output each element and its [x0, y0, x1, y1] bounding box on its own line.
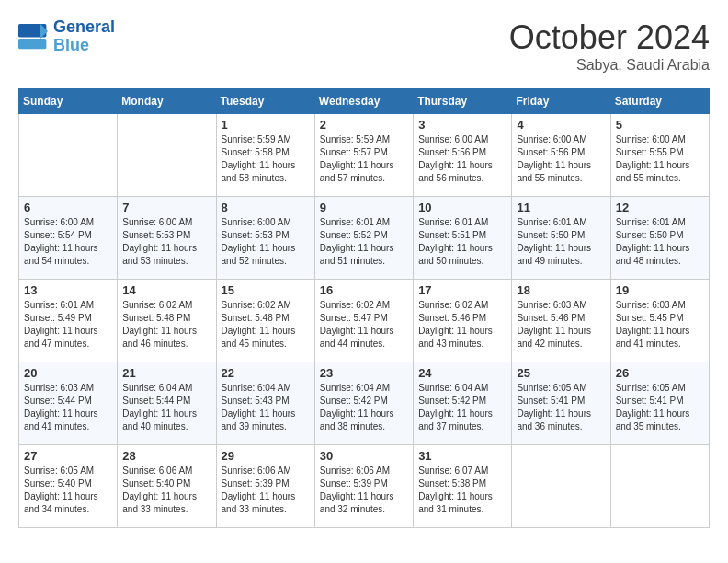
calendar-cell: 7Sunrise: 6:00 AM Sunset: 5:53 PM Daylig… [118, 197, 216, 280]
logo-line2: Blue [53, 36, 89, 54]
calendar-cell: 15Sunrise: 6:02 AM Sunset: 5:48 PM Dayli… [216, 280, 314, 362]
day-content: Sunrise: 6:06 AM Sunset: 5:40 PM Dayligh… [122, 465, 210, 516]
day-num-label: 16 [320, 283, 408, 297]
calendar-cell [512, 445, 610, 528]
calendar-cell: 4Sunrise: 6:00 AM Sunset: 5:56 PM Daylig… [512, 114, 610, 197]
location-subtitle: Sabya, Saudi Arabia [509, 57, 710, 74]
weekday-header-row: SundayMondayTuesdayWednesdayThursdayFrid… [19, 89, 710, 114]
week-row-1: 6Sunrise: 6:00 AM Sunset: 5:54 PM Daylig… [19, 197, 710, 280]
day-content: Sunrise: 6:00 AM Sunset: 5:56 PM Dayligh… [418, 133, 506, 185]
calendar-cell: 28Sunrise: 6:06 AM Sunset: 5:40 PM Dayli… [118, 445, 216, 528]
day-num-label: 2 [320, 118, 408, 132]
day-content: Sunrise: 6:00 AM Sunset: 5:55 PM Dayligh… [616, 133, 704, 185]
day-num-label: 9 [320, 201, 408, 214]
day-num-label: 3 [418, 118, 506, 132]
day-content: Sunrise: 6:03 AM Sunset: 5:44 PM Dayligh… [24, 382, 112, 433]
day-content: Sunrise: 6:06 AM Sunset: 5:39 PM Dayligh… [320, 465, 408, 516]
week-row-4: 27Sunrise: 6:05 AM Sunset: 5:40 PM Dayli… [19, 445, 710, 528]
day-content: Sunrise: 6:02 AM Sunset: 5:48 PM Dayligh… [122, 299, 210, 350]
calendar-cell: 11Sunrise: 6:01 AM Sunset: 5:50 PM Dayli… [512, 197, 610, 280]
day-num-label: 22 [222, 366, 310, 380]
day-content: Sunrise: 6:00 AM Sunset: 5:53 PM Dayligh… [122, 216, 210, 268]
day-content: Sunrise: 6:01 AM Sunset: 5:50 PM Dayligh… [517, 216, 605, 268]
day-num-label: 25 [517, 366, 605, 380]
day-num-label: 8 [222, 201, 310, 214]
calendar-cell: 25Sunrise: 6:05 AM Sunset: 5:41 PM Dayli… [512, 362, 610, 445]
calendar-cell [610, 445, 709, 528]
day-content: Sunrise: 6:01 AM Sunset: 5:50 PM Dayligh… [616, 216, 704, 268]
day-content: Sunrise: 6:07 AM Sunset: 5:38 PM Dayligh… [418, 465, 506, 516]
calendar-cell [19, 114, 118, 197]
day-num-label: 5 [616, 118, 704, 132]
week-row-0: 1Sunrise: 5:59 AM Sunset: 5:58 PM Daylig… [19, 114, 710, 197]
day-num-label: 7 [122, 201, 210, 214]
calendar-cell: 21Sunrise: 6:04 AM Sunset: 5:44 PM Dayli… [118, 362, 216, 445]
day-num-label: 31 [418, 449, 506, 463]
calendar-cell: 9Sunrise: 6:01 AM Sunset: 5:52 PM Daylig… [314, 197, 413, 280]
day-content: Sunrise: 6:00 AM Sunset: 5:53 PM Dayligh… [222, 216, 310, 268]
day-num-label: 24 [418, 366, 506, 380]
day-num-label: 14 [122, 283, 210, 297]
day-content: Sunrise: 6:02 AM Sunset: 5:47 PM Dayligh… [320, 299, 408, 350]
day-num-label: 12 [616, 201, 704, 214]
week-row-2: 13Sunrise: 6:01 AM Sunset: 5:49 PM Dayli… [19, 280, 710, 362]
day-content: Sunrise: 6:01 AM Sunset: 5:49 PM Dayligh… [24, 299, 112, 350]
logo-icon [18, 24, 48, 50]
day-content: Sunrise: 6:02 AM Sunset: 5:46 PM Dayligh… [418, 299, 506, 350]
day-content: Sunrise: 6:04 AM Sunset: 5:42 PM Dayligh… [418, 382, 506, 433]
day-num-label: 15 [222, 283, 310, 297]
day-num-label: 11 [517, 201, 605, 214]
calendar-cell: 26Sunrise: 6:05 AM Sunset: 5:41 PM Dayli… [610, 362, 709, 445]
calendar-cell: 14Sunrise: 6:02 AM Sunset: 5:48 PM Dayli… [118, 280, 216, 362]
weekday-header-saturday: Saturday [610, 89, 709, 114]
day-content: Sunrise: 5:59 AM Sunset: 5:58 PM Dayligh… [222, 133, 310, 185]
day-content: Sunrise: 6:02 AM Sunset: 5:48 PM Dayligh… [222, 299, 310, 350]
logo-text: General Blue [53, 18, 115, 55]
day-content: Sunrise: 6:01 AM Sunset: 5:51 PM Dayligh… [418, 216, 506, 268]
day-num-label: 30 [320, 449, 408, 463]
logo: General Blue [18, 18, 115, 55]
day-num-label: 18 [517, 283, 605, 297]
calendar-cell: 13Sunrise: 6:01 AM Sunset: 5:49 PM Dayli… [19, 280, 118, 362]
weekday-header-monday: Monday [118, 89, 216, 114]
svg-rect-1 [18, 39, 46, 49]
week-row-3: 20Sunrise: 6:03 AM Sunset: 5:44 PM Dayli… [19, 362, 710, 445]
day-num-label: 28 [122, 449, 210, 463]
weekday-header-thursday: Thursday [414, 89, 512, 114]
day-content: Sunrise: 6:00 AM Sunset: 5:54 PM Dayligh… [24, 216, 112, 268]
calendar-cell: 1Sunrise: 5:59 AM Sunset: 5:58 PM Daylig… [216, 114, 314, 197]
weekday-header-sunday: Sunday [19, 89, 118, 114]
calendar-cell: 17Sunrise: 6:02 AM Sunset: 5:46 PM Dayli… [414, 280, 512, 362]
page-header: General Blue October 2024 Sabya, Saudi A… [18, 18, 710, 74]
day-num-label: 1 [222, 118, 310, 132]
calendar-cell: 20Sunrise: 6:03 AM Sunset: 5:44 PM Dayli… [19, 362, 118, 445]
day-num-label: 26 [616, 366, 704, 380]
day-content: Sunrise: 6:05 AM Sunset: 5:40 PM Dayligh… [24, 465, 112, 516]
month-title: October 2024 [509, 18, 710, 57]
calendar-cell: 29Sunrise: 6:06 AM Sunset: 5:39 PM Dayli… [216, 445, 314, 528]
day-content: Sunrise: 6:04 AM Sunset: 5:43 PM Dayligh… [222, 382, 310, 433]
calendar-cell: 23Sunrise: 6:04 AM Sunset: 5:42 PM Dayli… [314, 362, 413, 445]
title-block: October 2024 Sabya, Saudi Arabia [509, 18, 710, 74]
day-content: Sunrise: 6:00 AM Sunset: 5:56 PM Dayligh… [517, 133, 605, 185]
day-content: Sunrise: 6:04 AM Sunset: 5:44 PM Dayligh… [122, 382, 210, 433]
day-content: Sunrise: 6:06 AM Sunset: 5:39 PM Dayligh… [222, 465, 310, 516]
day-content: Sunrise: 6:05 AM Sunset: 5:41 PM Dayligh… [517, 382, 605, 433]
day-content: Sunrise: 6:03 AM Sunset: 5:46 PM Dayligh… [517, 299, 605, 350]
logo-line1: General [53, 17, 115, 36]
day-content: Sunrise: 6:05 AM Sunset: 5:41 PM Dayligh… [616, 382, 704, 433]
calendar-cell: 24Sunrise: 6:04 AM Sunset: 5:42 PM Dayli… [414, 362, 512, 445]
calendar-table: SundayMondayTuesdayWednesdayThursdayFrid… [18, 88, 710, 528]
day-content: Sunrise: 5:59 AM Sunset: 5:57 PM Dayligh… [320, 133, 408, 185]
day-num-label: 27 [24, 449, 112, 463]
calendar-cell: 5Sunrise: 6:00 AM Sunset: 5:55 PM Daylig… [610, 114, 709, 197]
calendar-cell: 18Sunrise: 6:03 AM Sunset: 5:46 PM Dayli… [512, 280, 610, 362]
calendar-cell: 12Sunrise: 6:01 AM Sunset: 5:50 PM Dayli… [610, 197, 709, 280]
weekday-header-wednesday: Wednesday [314, 89, 413, 114]
weekday-header-friday: Friday [512, 89, 610, 114]
calendar-cell: 6Sunrise: 6:00 AM Sunset: 5:54 PM Daylig… [19, 197, 118, 280]
calendar-cell: 27Sunrise: 6:05 AM Sunset: 5:40 PM Dayli… [19, 445, 118, 528]
calendar-cell: 8Sunrise: 6:00 AM Sunset: 5:53 PM Daylig… [216, 197, 314, 280]
day-num-label: 17 [418, 283, 506, 297]
day-num-label: 23 [320, 366, 408, 380]
